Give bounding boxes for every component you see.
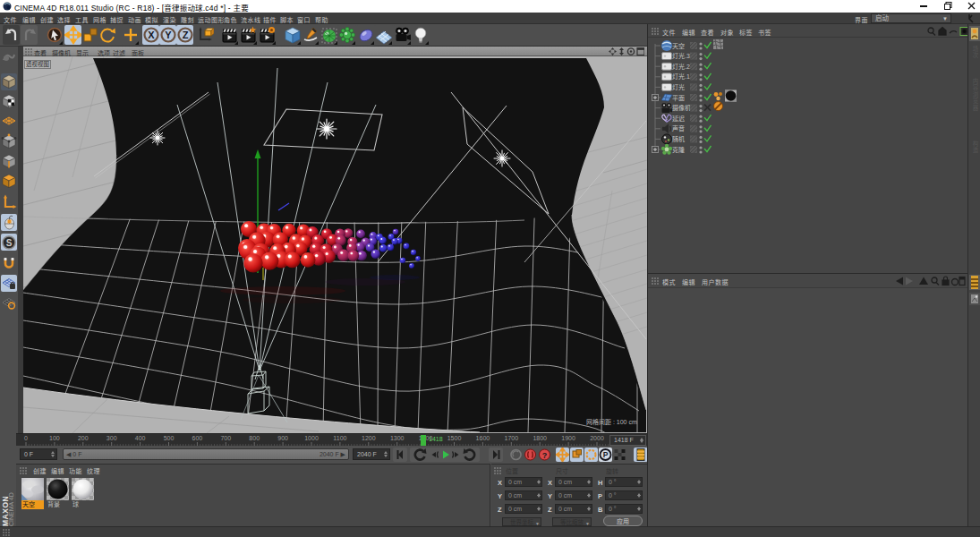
svg-text:900: 900 bbox=[277, 435, 288, 441]
svg-text:1000: 1000 bbox=[304, 435, 319, 441]
svg-text:0: 0 bbox=[24, 435, 28, 441]
svg-text:X: X bbox=[148, 30, 155, 40]
svg-text:P: P bbox=[603, 450, 609, 459]
svg-text:平面: 平面 bbox=[672, 95, 685, 102]
svg-text:1800: 1800 bbox=[533, 435, 547, 441]
svg-text:300: 300 bbox=[107, 435, 117, 441]
svg-text:1200: 1200 bbox=[362, 435, 376, 441]
svg-text:800: 800 bbox=[249, 435, 260, 441]
svg-text:灯光.1: 灯光.1 bbox=[672, 72, 690, 81]
svg-text:Z: Z bbox=[183, 30, 189, 40]
svg-text:2000: 2000 bbox=[590, 435, 604, 441]
svg-text:延迟: 延迟 bbox=[672, 115, 685, 123]
svg-text:灯光: 灯光 bbox=[672, 83, 685, 91]
svg-text:?: ? bbox=[542, 451, 548, 460]
svg-text:克隆: 克隆 bbox=[672, 146, 685, 154]
svg-text:1600: 1600 bbox=[476, 435, 490, 441]
svg-text:1500: 1500 bbox=[447, 435, 462, 441]
svg-text:灯光.2: 灯光.2 bbox=[672, 63, 690, 71]
svg-text:1100: 1100 bbox=[333, 435, 346, 441]
svg-text:600: 600 bbox=[192, 435, 203, 441]
svg-text:灯光.3: 灯光.3 bbox=[672, 52, 690, 60]
svg-text:1700: 1700 bbox=[505, 435, 519, 441]
svg-text:Y: Y bbox=[165, 30, 172, 40]
svg-text:随机: 随机 bbox=[672, 135, 685, 143]
svg-text:S: S bbox=[6, 238, 13, 248]
svg-text:100: 100 bbox=[49, 435, 60, 441]
svg-text:1900: 1900 bbox=[561, 435, 575, 441]
svg-text:天空: 天空 bbox=[672, 42, 685, 50]
svg-text:摄像机: 摄像机 bbox=[672, 104, 691, 112]
svg-text:1418: 1418 bbox=[429, 436, 443, 442]
svg-text:700: 700 bbox=[220, 435, 231, 441]
svg-text:声音: 声音 bbox=[672, 124, 685, 132]
svg-text:200: 200 bbox=[78, 435, 89, 441]
svg-text:500: 500 bbox=[164, 435, 175, 441]
svg-text:1300: 1300 bbox=[390, 435, 405, 441]
svg-text:400: 400 bbox=[135, 435, 146, 441]
